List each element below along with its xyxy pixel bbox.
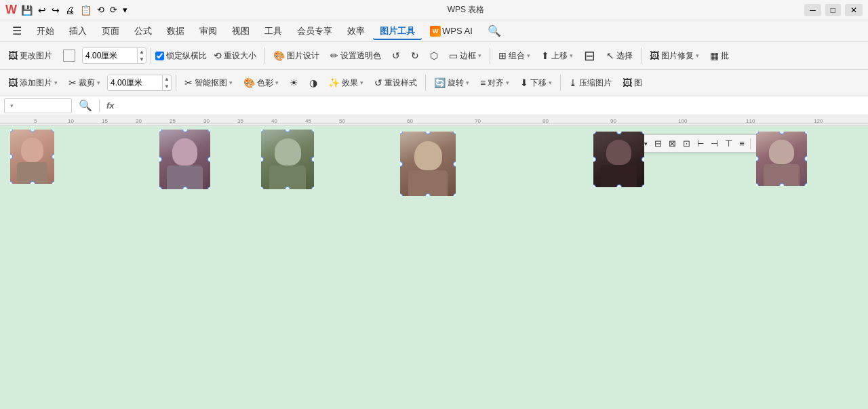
minimize-btn[interactable]: ─: [804, 4, 821, 16]
refresh2-button[interactable]: ↻: [407, 48, 423, 63]
ft-btn1[interactable]: ⊟: [652, 136, 665, 151]
undo2-icon[interactable]: ⟲: [97, 5, 104, 15]
menu-start[interactable]: 开始: [30, 22, 61, 40]
name-box[interactable]: ▾: [4, 98, 72, 113]
menu-member[interactable]: 会员专享: [290, 22, 339, 40]
menu-data[interactable]: 数据: [160, 22, 191, 40]
menu-page[interactable]: 页面: [95, 22, 126, 40]
add-pic-button[interactable]: 🖼 添加图片 ▾: [4, 75, 62, 91]
size-input[interactable]: [83, 48, 137, 63]
crop-dropdown-arrow[interactable]: ▾: [97, 79, 100, 86]
refresh1-button[interactable]: ↺: [388, 48, 404, 63]
group-dropdown-arrow[interactable]: ▾: [527, 52, 530, 59]
formula-input[interactable]: [121, 101, 864, 111]
handle-br-4[interactable]: [453, 193, 456, 196]
smart-cutout-dropdown-arrow[interactable]: ▾: [229, 79, 233, 86]
pic-icon-button[interactable]: 🖼 图: [618, 75, 646, 91]
color-dropdown-arrow[interactable]: ▾: [275, 79, 279, 86]
size-down-arrow[interactable]: ▼: [138, 56, 146, 63]
ft-btn5[interactable]: ⊣: [708, 136, 721, 151]
rotate-dropdown-arrow[interactable]: ▾: [466, 79, 469, 86]
border-dropdown-arrow[interactable]: ▾: [478, 52, 481, 59]
save-icon[interactable]: 💾: [21, 5, 33, 16]
3d-button[interactable]: ⬡: [426, 48, 442, 63]
menu-search[interactable]: 🔍: [481, 22, 508, 40]
color-button[interactable]: 🎨 色彩 ▾: [239, 75, 283, 91]
height-up-arrow[interactable]: ▲: [163, 75, 171, 83]
handle-bc-5[interactable]: [616, 184, 622, 187]
effects-button[interactable]: ✨ 效果 ▾: [324, 75, 368, 91]
image-5[interactable]: [593, 132, 644, 187]
handle-br-1[interactable]: [52, 181, 54, 184]
undo-icon[interactable]: ↩: [38, 5, 46, 16]
handle-bc-3[interactable]: [285, 187, 290, 189]
set-transparent-button[interactable]: ✏ 设置透明色: [326, 48, 385, 64]
menu-wps-ai[interactable]: W WPS AI: [423, 23, 479, 39]
handle-br-5[interactable]: [642, 184, 644, 187]
ft-btn3[interactable]: ⊡: [680, 136, 693, 151]
handle-bc-4[interactable]: [425, 193, 431, 196]
contrast-button[interactable]: ◑: [305, 75, 321, 90]
redo2-icon[interactable]: ⟳: [110, 5, 117, 15]
ft-btn6[interactable]: ⊤: [722, 136, 735, 151]
move-down-button[interactable]: ⬇ 下移 ▾: [516, 75, 556, 91]
align-button[interactable]: ≡ 对齐 ▾: [476, 75, 513, 91]
handle-mr-3[interactable]: [311, 157, 314, 162]
image-2[interactable]: [159, 130, 210, 189]
ft-btn4[interactable]: ⊢: [694, 137, 707, 151]
compress-button[interactable]: ⤓ 压缩图片: [565, 75, 616, 91]
handle-mr-1[interactable]: [52, 154, 54, 159]
size-input-group[interactable]: ▲ ▼: [82, 47, 146, 64]
menu-view[interactable]: 视图: [225, 22, 256, 40]
handle-mr-4[interactable]: [453, 161, 456, 167]
menu-review[interactable]: 审阅: [193, 22, 224, 40]
quick-access-toolbar[interactable]: 💾 ↩ ↪ 🖨 📋 ⟲ ⟳ ▾: [21, 5, 127, 16]
close-btn[interactable]: ✕: [845, 4, 863, 16]
crop-shape-button[interactable]: [59, 47, 79, 64]
image-4[interactable]: [400, 132, 456, 196]
handle-mr-6[interactable]: [804, 156, 807, 161]
height-input-arrows[interactable]: ▲ ▼: [162, 75, 171, 90]
batch-button[interactable]: ▦ 批: [706, 48, 733, 64]
print-icon[interactable]: 🖨: [65, 5, 75, 16]
select-button[interactable]: ↖ 选择: [602, 48, 637, 64]
ft-btn7[interactable]: ≡: [736, 136, 747, 151]
reset-style-button[interactable]: ↺ 重设样式: [370, 75, 421, 91]
change-pic-button[interactable]: 🖼 更改图片: [4, 48, 56, 64]
move-down-dropdown-arrow[interactable]: ▾: [549, 79, 552, 86]
handle-br-6[interactable]: [804, 183, 807, 186]
pic-design-button[interactable]: 🎨 图片设计: [269, 48, 323, 64]
menu-formula[interactable]: 公式: [127, 22, 159, 40]
handle-br-2[interactable]: [208, 187, 210, 189]
handle-br-3[interactable]: [311, 187, 314, 189]
menu-tools[interactable]: 工具: [258, 22, 289, 40]
menu-insert[interactable]: 插入: [62, 22, 94, 40]
border-button[interactable]: ▭ 边框 ▾: [445, 48, 486, 64]
more-icon[interactable]: ▾: [123, 5, 127, 15]
image-3[interactable]: [261, 130, 314, 189]
lock-ratio-input[interactable]: [155, 52, 164, 60]
handle-bc-2[interactable]: [182, 187, 188, 189]
redo-icon[interactable]: ↪: [52, 5, 60, 16]
add-pic-dropdown-arrow[interactable]: ▾: [54, 79, 58, 86]
height-input[interactable]: [108, 75, 162, 90]
smart-cutout-button[interactable]: ✂ 智能抠图 ▾: [180, 75, 237, 91]
height-input-group[interactable]: ▲ ▼: [107, 75, 172, 91]
menu-file[interactable]: ☰: [5, 22, 28, 40]
size-input-arrows[interactable]: ▲ ▼: [137, 48, 146, 63]
resize-button[interactable]: ⟲ 重设大小: [210, 48, 260, 64]
align-dropdown-arrow[interactable]: ▾: [506, 79, 509, 86]
lock-ratio-checkbox[interactable]: 锁定纵横比: [155, 50, 207, 62]
crop-button[interactable]: ✂ 裁剪 ▾: [64, 75, 104, 91]
image-1[interactable]: [10, 130, 54, 184]
group-button[interactable]: ⊞ 组合 ▾: [494, 48, 534, 64]
canvas-area[interactable]: ⊞▾ ⊟ ⊠ ⊡ ⊢ ⊣ ⊤ ≡ ⊞ ⊟ »: [0, 126, 868, 409]
effects-dropdown-arrow[interactable]: ▾: [360, 79, 363, 86]
image-6[interactable]: [756, 132, 807, 186]
handle-mr-2[interactable]: [208, 157, 210, 162]
move-up-dropdown-arrow[interactable]: ▾: [570, 52, 573, 59]
height-down-arrow[interactable]: ▼: [163, 83, 171, 90]
menu-picture-tool[interactable]: 图片工具: [373, 22, 422, 40]
pic-repair-button[interactable]: 🖼 图片修复 ▾: [646, 48, 703, 64]
ft-btn2[interactable]: ⊠: [666, 136, 679, 151]
